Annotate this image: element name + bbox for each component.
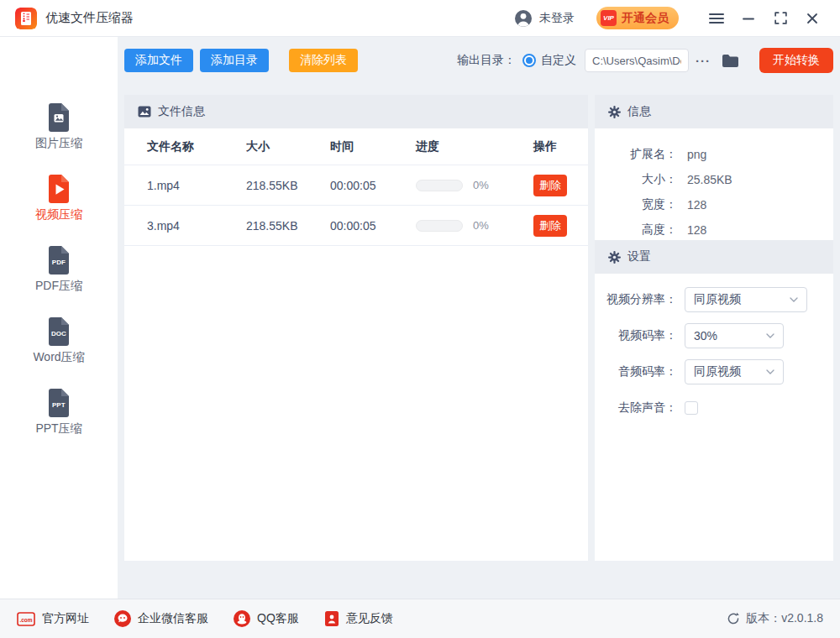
setting-label: 视频分辨率： <box>595 292 677 307</box>
open-folder-button[interactable] <box>722 54 739 68</box>
table-header: 文件名称 大小 时间 进度 操作 <box>124 128 588 165</box>
app-title: 优速文件压缩器 <box>45 10 134 26</box>
gear-icon <box>608 106 621 118</box>
hamburger-icon <box>709 13 724 24</box>
delete-row-button[interactable]: 删除 <box>533 215 567 237</box>
chevron-down-icon <box>766 369 774 374</box>
field-label: 宽度： <box>595 197 677 212</box>
version-info: 版本：v2.0.1.8 <box>727 611 823 626</box>
chevron-down-icon <box>790 297 798 302</box>
qq-icon <box>234 610 250 627</box>
setting-label: 去除声音： <box>595 400 677 416</box>
sidebar-item-ppt-compress[interactable]: PPT PPT压缩 <box>0 376 118 447</box>
sidebar: 图片压缩 视频压缩 PDF PDF压缩 DOC Word压缩 <box>0 37 118 599</box>
browse-ellipsis-button[interactable]: ··· <box>696 54 711 68</box>
output-directory-label: 输出目录： <box>457 53 516 68</box>
field-value: png <box>687 148 706 161</box>
progress-value: 0% <box>473 219 489 232</box>
menu-button[interactable] <box>704 6 729 31</box>
feedback-link[interactable]: 意见反馈 <box>324 610 393 627</box>
sidebar-item-image-compress[interactable]: 图片压缩 <box>0 91 118 162</box>
sidebar-item-label: PDF压缩 <box>35 279 82 294</box>
sidebar-item-label: 图片压缩 <box>35 136 82 151</box>
official-website-link[interactable]: .com 官方网址 <box>17 611 89 626</box>
progress-bar <box>416 180 463 191</box>
user-account-button[interactable]: 未登录 <box>514 9 575 28</box>
sidebar-item-pdf-compress[interactable]: PDF PDF压缩 <box>0 233 118 305</box>
field-label: 大小： <box>595 172 677 187</box>
refresh-icon <box>727 612 740 625</box>
file-size: 218.55KB <box>246 219 330 233</box>
output-path-input[interactable] <box>585 49 689 72</box>
window-controls <box>697 6 825 31</box>
open-vip-button[interactable]: VIP 开通会员 <box>596 7 679 29</box>
svg-text:PPT: PPT <box>52 401 66 409</box>
clear-list-button[interactable]: 清除列表 <box>289 49 358 72</box>
wechat-icon <box>114 610 131 627</box>
field-value: 128 <box>687 223 706 237</box>
minimize-icon <box>743 13 754 24</box>
setting-label: 视频码率： <box>595 328 677 343</box>
table-row: 3.mp4 218.55KB 00:00:05 0% 删除 <box>124 206 588 246</box>
field-label: 扩展名： <box>595 147 677 162</box>
start-convert-button[interactable]: 开始转换 <box>759 48 833 73</box>
table-row: 1.mp4 218.55KB 00:00:05 0% 删除 <box>124 165 588 206</box>
col-size: 大小 <box>246 139 330 154</box>
website-icon: .com <box>17 612 35 626</box>
app-window: 优速文件压缩器 未登录 VIP 开通会员 <box>0 0 840 638</box>
toolbar: 添加文件 添加目录 清除列表 输出目录： 自定义 ··· 开始转换 <box>124 48 833 73</box>
file-info-panel-title: 文件信息 <box>158 104 205 119</box>
doc-file-icon: DOC <box>44 316 74 346</box>
audio-bitrate-select[interactable]: 同原视频 <box>685 359 784 384</box>
maximize-button[interactable] <box>768 6 793 31</box>
close-button[interactable] <box>800 6 825 31</box>
sidebar-item-label: 视频压缩 <box>35 207 82 222</box>
info-field: 宽度： 128 <box>595 192 833 217</box>
setting-mute: 去除声音： <box>595 395 833 421</box>
info-panel-header: 信息 <box>595 95 833 128</box>
file-time: 00:00:05 <box>330 219 416 233</box>
image-file-icon <box>44 102 74 132</box>
resolution-select[interactable]: 同原视频 <box>685 287 807 312</box>
minimize-button[interactable] <box>736 6 761 31</box>
output-directory-group: 输出目录： 自定义 ··· 开始转换 <box>457 48 833 73</box>
sidebar-item-word-compress[interactable]: DOC Word压缩 <box>0 305 118 376</box>
footer: .com 官方网址 企业微信客服 QQ客服 <box>0 599 840 638</box>
wechat-service-link[interactable]: 企业微信客服 <box>114 610 208 627</box>
file-time: 00:00:05 <box>330 179 416 192</box>
custom-directory-radio[interactable] <box>522 54 536 67</box>
col-time: 时间 <box>330 139 416 154</box>
field-label: 高度： <box>595 222 677 238</box>
content-area: 添加文件 添加目录 清除列表 输出目录： 自定义 ··· 开始转换 <box>118 37 840 599</box>
setting-label: 音频码率： <box>595 364 677 379</box>
settings-fields: 视频分辨率： 同原视频 视频码率： 30% <box>595 274 833 421</box>
col-file-name: 文件名称 <box>147 139 246 154</box>
info-field: 大小： 25.85KB <box>595 167 833 192</box>
add-file-button[interactable]: 添加文件 <box>124 49 193 72</box>
add-directory-button[interactable]: 添加目录 <box>200 49 269 72</box>
delete-row-button[interactable]: 删除 <box>533 175 567 196</box>
login-status-label: 未登录 <box>539 11 575 26</box>
col-progress: 进度 <box>416 139 533 154</box>
info-field: 高度： 128 <box>595 217 833 243</box>
setting-video-bitrate: 视频码率： 30% <box>595 323 833 348</box>
gear-icon <box>608 251 621 264</box>
file-name: 1.mp4 <box>147 179 246 192</box>
mute-checkbox[interactable] <box>685 401 698 415</box>
qq-service-link[interactable]: QQ客服 <box>234 610 299 627</box>
folder-icon <box>722 54 739 68</box>
ppt-file-icon: PPT <box>44 387 74 417</box>
open-vip-label: 开通会员 <box>622 11 669 26</box>
video-bitrate-select[interactable]: 30% <box>685 323 784 348</box>
app-logo-icon <box>15 8 37 29</box>
custom-directory-label: 自定义 <box>541 53 576 68</box>
progress-cell: 0% <box>416 179 533 191</box>
sidebar-item-video-compress[interactable]: 视频压缩 <box>0 162 118 233</box>
progress-cell: 0% <box>416 219 533 232</box>
maximize-icon <box>774 12 787 24</box>
video-file-icon <box>44 173 74 203</box>
svg-text:.com: .com <box>19 617 32 623</box>
info-fields: 扩展名： png 大小： 25.85KB 宽度： 128 高度： 128 <box>595 128 833 240</box>
field-value: 25.85KB <box>687 173 732 186</box>
sidebar-item-label: Word压缩 <box>33 350 84 365</box>
